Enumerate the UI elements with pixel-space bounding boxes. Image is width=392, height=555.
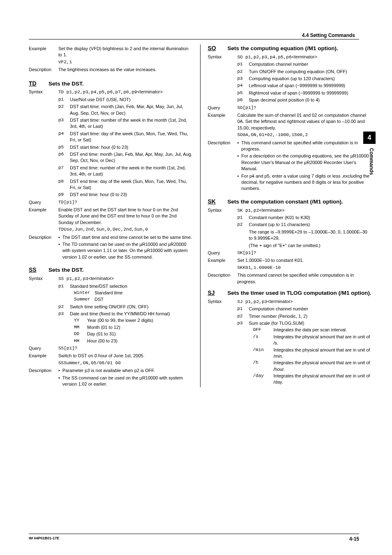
param-text: Rightmost value of span (−9999999 to 999…: [249, 90, 372, 96]
so-desc-body: •This command cannot be specified while …: [238, 140, 372, 192]
ss-syntax: SS p1,p2,p3<terminator>: [58, 275, 114, 282]
ss-query-row: Query SS[p1]?: [29, 345, 193, 352]
param-text: DST start time: hour (0 to 23): [70, 144, 193, 150]
param-code: p5: [238, 90, 245, 96]
param-code: p1: [238, 306, 245, 312]
sj-p1: p1Computation channel number: [238, 306, 372, 312]
sub-text: Integrates the physical amount that are …: [274, 373, 372, 386]
sub-text: Day (01 to 31): [87, 331, 193, 337]
so-code: SO: [208, 44, 220, 53]
sk-syntax: SK p1,p2<terminator>: [238, 207, 285, 214]
sk-p2-extra2: (The + sign of "E+" can be omitted.): [249, 243, 372, 249]
terminator: <terminator>: [259, 208, 284, 213]
param-code: p2: [238, 222, 245, 228]
ss-title: Sets the DST.: [48, 266, 84, 274]
td-p3: p3DST start time: number of the week in …: [58, 117, 193, 130]
td-desc-body: •The DST start time and end time cannot …: [58, 234, 193, 261]
td-syntax-row: Syntax TD p1,p2,p3,p4,p5,p6,p7,p8,p9<ter…: [29, 89, 193, 95]
param-text: Turn ON/OFF the computing equation (ON, …: [249, 69, 372, 75]
td-example-row: Example Enable DST and set the DST start…: [29, 207, 193, 226]
so-header: SO Sets the computing equation (/M1 opti…: [208, 44, 372, 53]
param-code: p1: [238, 61, 245, 67]
sk-code: SK: [208, 198, 220, 206]
td-example-code: TDUse,Jun,2nd,Sun,0,Dec,2nd,Sun,0: [58, 227, 193, 233]
sub-text: Integrates the physical amount that are …: [274, 334, 372, 347]
sk-desc-text: This command cannot be specified while c…: [238, 272, 372, 285]
param-code: p2: [238, 69, 245, 75]
example-label: Example: [29, 353, 55, 359]
param-text: Constant (up to 11 characters): [249, 222, 372, 228]
query-label: Query: [208, 105, 234, 111]
param-text: Date and time (fixed to the YY/MM/DD HH …: [70, 311, 193, 317]
ss-desc-row: Description •Parameter p3 is not availab…: [29, 368, 193, 387]
td-p4: p4DST start time: day of the week (Sun, …: [58, 131, 193, 143]
so-syntax-row: Syntax SO p1,p2,p3,p4,p5,p6<terminator>: [208, 54, 372, 60]
sj-syntax-row: Syntax SJ p1,p2,p3<terminator>: [208, 298, 372, 305]
ss-header: SS Sets the DST.: [29, 266, 193, 274]
td-p9: p9DST end time: hour (0 to 23): [58, 192, 193, 198]
ss-p2: p2Switch time setting ON/OFF (ON, OFF): [58, 304, 193, 310]
param-text: Computing equation (up to 120 characters…: [249, 76, 372, 82]
vf-example-row: Example Set the display (VFD) brightness…: [29, 46, 193, 58]
td-p7: p7DST end time: number of the week in th…: [58, 165, 193, 178]
sub-text: DST: [95, 296, 193, 303]
sub-code: OFF: [253, 327, 270, 333]
ss-desc-2: The SS command can be used on the µR1000…: [62, 375, 193, 388]
param-code: p5: [58, 144, 66, 150]
description-label: Description: [29, 234, 55, 261]
description-label: Description: [208, 272, 234, 285]
param-code: p3: [238, 320, 245, 326]
so-desc-1: This command cannot be specified while c…: [241, 140, 371, 153]
so-query-code: SO[p1]?: [238, 105, 256, 111]
description-label: Description: [29, 67, 55, 73]
param-code: p8: [58, 178, 66, 191]
sub-text: Year (00 to 99, the lower 2 digits): [87, 317, 193, 324]
ss-syntax-row: Syntax SS p1,p2,p3<terminator>: [29, 275, 193, 282]
sub-text: Integrates the data per scan interval.: [274, 327, 372, 333]
so-example-row: Example Calculate the sum of channel 01 …: [208, 112, 372, 131]
ss-desc-body: •Parameter p3 is not available when p2 i…: [58, 368, 193, 387]
syntax-label: Syntax: [29, 89, 55, 95]
param-text: Computation channel number: [249, 306, 372, 312]
syntax-label: Syntax: [208, 298, 234, 305]
sk-p2-extra1: The range is –9.9999E+29 to –1.0000E–30,…: [249, 229, 372, 242]
sub-code: /day: [253, 373, 270, 386]
footer-doc-id: IM 04P01B01-17E: [29, 536, 59, 543]
example-label: Example: [29, 207, 55, 226]
param-code: p1: [58, 97, 66, 103]
so-title: Sets the computing equation (/M1 option)…: [228, 45, 338, 53]
sub-code: /min: [253, 347, 270, 360]
so-desc-2: For a description on the computing equat…: [241, 153, 371, 172]
chapter-label: Commands: [368, 148, 375, 175]
param-code: p3: [238, 76, 245, 82]
bullet: •: [238, 173, 239, 192]
param-text: Leftmost value of span (−9999999 to 9999…: [249, 83, 372, 89]
vf-example-text: Set the display (VFD) brightness to 2 an…: [58, 46, 193, 58]
sk-p2: p2Constant (up to 11 characters): [238, 222, 372, 228]
sj-syntax-code: SJ p1,p2,p3: [238, 299, 267, 304]
td-p2: p2DST start time: month (Jan, Feb, Mar, …: [58, 104, 193, 116]
bullet: •: [58, 234, 60, 240]
query-label: Query: [29, 199, 55, 206]
sj-title: Sets the timer used in TLOG computation …: [228, 289, 371, 297]
bullet: •: [58, 375, 60, 388]
sk-example-code: SKK01,1.0000E-10: [238, 265, 372, 271]
sj-p3-min: /minIntegrates the physical amount that …: [253, 347, 372, 360]
sub-code: /s: [253, 334, 270, 347]
param-text: Constant number (K01 to K30): [249, 215, 372, 221]
syntax-label: Syntax: [208, 207, 234, 214]
ss-example-row: Example Switch to DST on 0 hour of June …: [29, 353, 193, 359]
so-syntax: SO p1,p2,p3,p4,p5,p6<terminator>: [238, 54, 317, 60]
param-text: DST start time: month (Jan, Feb, Mar, Ap…: [70, 104, 193, 116]
ss-desc-1: Parameter p3 is not available when p2 is…: [62, 368, 155, 374]
so-query-row: Query SO[p1]?: [208, 105, 372, 111]
ss-p3-dd: DDDay (01 to 31): [74, 331, 193, 337]
sk-query-row: Query SK[p1]?: [208, 250, 372, 256]
bullet: •: [238, 140, 239, 153]
ss-p3-yy: YYYear (00 to 99, the lower 2 digits): [74, 317, 193, 324]
right-column: SO Sets the computing equation (/M1 opti…: [208, 44, 372, 387]
td-code: TD: [29, 80, 41, 88]
example-label: Example: [208, 257, 234, 264]
bullet: •: [58, 368, 60, 374]
td-header: TD Sets the DST.: [29, 80, 193, 88]
